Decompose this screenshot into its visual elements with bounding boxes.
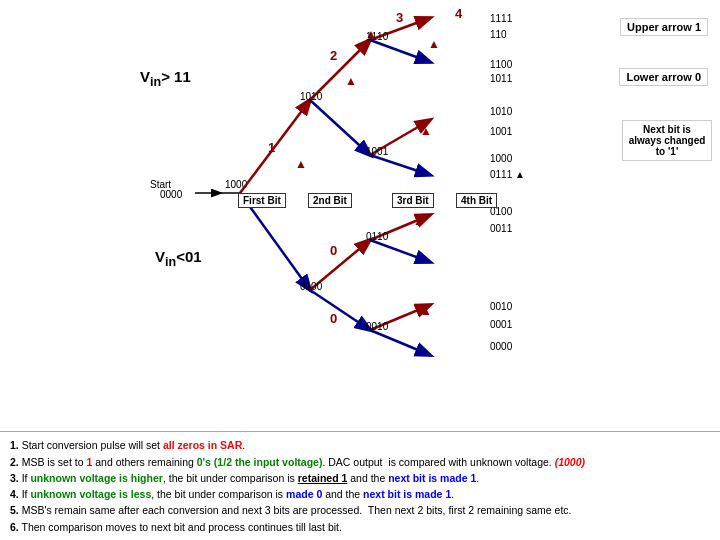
first-bit-label: First Bit — [238, 193, 286, 208]
upper-arrow-label: Upper arrow 1 — [620, 18, 708, 36]
svg-text:0100: 0100 — [300, 281, 323, 292]
next-bit-label: Next bit is always changed to '1' — [622, 120, 712, 161]
svg-text:▲: ▲ — [420, 124, 432, 138]
fourth-bit-label: 4th Bit — [456, 193, 497, 208]
svg-line-37 — [310, 290, 370, 330]
svg-text:1111: 1111 — [490, 13, 513, 24]
diagram-area: 1111 110 1100 1011 1010 1001 1000 0111 ▲… — [0, 0, 720, 390]
svg-line-27 — [370, 40, 430, 62]
svg-text:1001: 1001 — [490, 126, 513, 137]
svg-text:0010: 0010 — [366, 321, 389, 332]
svg-text:3: 3 — [396, 10, 403, 25]
svg-text:0: 0 — [330, 243, 337, 258]
svg-text:0111 ▲: 0111 ▲ — [490, 169, 525, 180]
vin-gt-label: Vin> 11 — [140, 68, 191, 89]
svg-text:1001: 1001 — [366, 146, 389, 157]
svg-line-43 — [370, 330, 430, 355]
svg-line-23 — [310, 100, 370, 155]
svg-text:1011: 1011 — [490, 73, 513, 84]
second-bit-label: 2nd Bit — [308, 193, 352, 208]
line5: 5. MSB's remain same after each conversi… — [10, 502, 710, 518]
svg-text:0010: 0010 — [490, 301, 513, 312]
third-bit-label: 3rd Bit — [392, 193, 434, 208]
line1: 1. Start conversion pulse will set all z… — [10, 437, 710, 453]
line4: 4. If unknown voltage is less, the bit u… — [10, 486, 710, 502]
svg-text:0: 0 — [330, 311, 337, 326]
svg-text:1010: 1010 — [300, 91, 323, 102]
line3: 3. If unknown voltage is higher, the bit… — [10, 470, 710, 486]
svg-text:▲: ▲ — [420, 304, 432, 318]
bottom-text-area: 1. Start conversion pulse will set all z… — [0, 431, 720, 540]
svg-text:4: 4 — [455, 6, 463, 21]
svg-text:1000: 1000 — [490, 153, 513, 164]
svg-text:110: 110 — [490, 29, 507, 40]
svg-text:▲: ▲ — [428, 37, 440, 51]
svg-text:1100: 1100 — [490, 59, 513, 70]
line6: 6. Then comparison moves to next bit and… — [10, 519, 710, 535]
svg-text:2: 2 — [330, 48, 337, 63]
svg-text:0001: 0001 — [490, 319, 513, 330]
svg-text:1: 1 — [268, 140, 275, 155]
line2: 2. MSB is set to 1 and others remaining … — [10, 454, 710, 470]
svg-line-39 — [370, 240, 430, 262]
svg-text:0110: 0110 — [366, 231, 389, 242]
vin-lt-label: Vin<01 — [155, 248, 202, 269]
svg-text:0000: 0000 — [490, 341, 513, 352]
svg-text:0011: 0011 — [490, 223, 513, 234]
lower-arrow-label: Lower arrow 0 — [619, 68, 708, 86]
svg-text:1010: 1010 — [490, 106, 513, 117]
svg-text:▲: ▲ — [413, 214, 425, 228]
svg-text:0000: 0000 — [160, 189, 183, 200]
svg-line-33 — [370, 155, 430, 175]
svg-text:▲: ▲ — [295, 157, 307, 171]
svg-text:▲: ▲ — [345, 74, 357, 88]
svg-text:1110: 1110 — [366, 31, 389, 42]
